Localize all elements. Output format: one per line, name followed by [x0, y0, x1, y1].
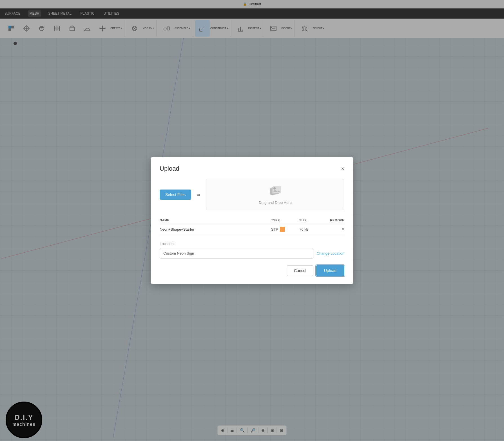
modal-overlay: Upload × Select Files or Drag and	[0, 0, 504, 441]
modal-close-button[interactable]: ×	[341, 166, 344, 172]
upload-button[interactable]: Upload	[316, 265, 344, 276]
cancel-button[interactable]: Cancel	[287, 265, 313, 276]
file-type-text: STP	[271, 227, 278, 231]
upload-area: Select Files or Drag and Drop Here	[160, 179, 344, 210]
col-size: SIZE	[299, 219, 322, 222]
file-remove-button[interactable]: ×	[322, 227, 344, 232]
col-remove: REMOVE	[322, 219, 344, 222]
location-label: Location:	[160, 242, 344, 246]
drag-drop-text: Drag and Drop Here	[259, 201, 292, 205]
file-table: NAME TYPE SIZE REMOVE Neon+Shape+Starter…	[160, 217, 344, 235]
drag-drop-icon	[268, 184, 282, 198]
col-name: NAME	[160, 219, 271, 222]
location-section: Location: Change Location	[160, 242, 344, 259]
drag-drop-area[interactable]: Drag and Drop Here	[206, 179, 344, 210]
select-files-button[interactable]: Select Files	[160, 190, 191, 200]
modal-footer: Cancel Upload	[160, 265, 344, 276]
file-table-header: NAME TYPE SIZE REMOVE	[160, 217, 344, 224]
or-text: or	[197, 192, 200, 197]
file-size: 76 kB	[299, 227, 322, 231]
file-type-icon	[280, 227, 285, 232]
location-input[interactable]	[160, 248, 313, 259]
modal-header: Upload ×	[160, 165, 344, 172]
upload-modal: Upload × Select Files or Drag and	[151, 157, 353, 284]
file-type: STP	[271, 227, 299, 232]
change-location-button[interactable]: Change Location	[317, 251, 344, 255]
location-row: Change Location	[160, 248, 344, 259]
table-row: Neon+Shape+Starter STP 76 kB ×	[160, 224, 344, 235]
svg-point-32	[273, 187, 276, 190]
file-name: Neon+Shape+Starter	[160, 227, 271, 231]
modal-title: Upload	[160, 165, 179, 172]
col-type: TYPE	[271, 219, 299, 222]
